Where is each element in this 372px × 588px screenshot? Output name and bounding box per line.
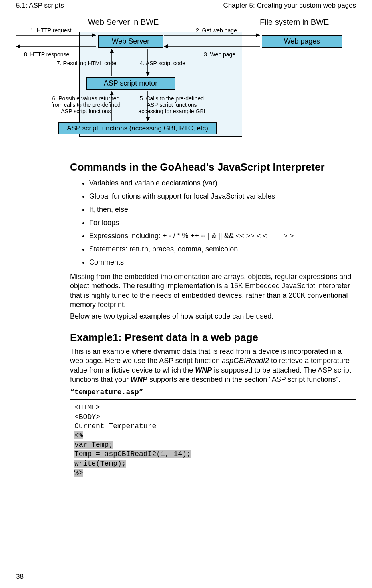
page-number: 38 <box>16 573 24 580</box>
fn-name: aspGBIReadI2 <box>222 357 269 365</box>
intro-text: supports are described in the section "A… <box>147 375 340 383</box>
svg-marker-1 <box>92 33 96 37</box>
wnp-ref: WNP <box>131 375 147 383</box>
list-item: Expressions including: + - / * % ++ -- |… <box>89 229 356 243</box>
para-examples: Below are two typical examples of how sc… <box>70 312 356 321</box>
svg-marker-3 <box>16 44 20 48</box>
code-filename: “temperature.asp” <box>70 388 356 396</box>
heading-commands: Commands in the GoAhead's JavaScript Int… <box>70 161 356 173</box>
example1-intro: This is an example where dynamic data th… <box>70 347 356 385</box>
commands-list: Variables and variable declarations (var… <box>70 177 356 269</box>
page-footer: 38 <box>0 570 372 581</box>
page-header: 5.1: ASP scripts Chapter 5: Creating you… <box>16 0 356 11</box>
code-line-asp: var Temp; <box>74 441 113 449</box>
architecture-diagram: Web Server in BWE File system in BWE Web… <box>16 15 356 151</box>
code-line: <HTML> <box>74 403 100 411</box>
svg-marker-15 <box>110 91 114 95</box>
svg-marker-5 <box>256 33 260 37</box>
header-right: Chapter 5: Creating your custom web page… <box>223 2 356 10</box>
code-block: <HTML> <BODY> Current Temperature = <% v… <box>70 399 356 481</box>
list-item: Comments <box>89 256 356 269</box>
code-line-asp: %> <box>74 469 83 477</box>
svg-marker-7 <box>164 44 168 48</box>
page-content: Commands in the GoAhead's JavaScript Int… <box>70 161 356 481</box>
para-missing: Missing from the embedded implementation… <box>70 272 356 310</box>
list-item: If, then, else <box>89 203 356 216</box>
code-line: <BODY> <box>74 413 100 421</box>
diagram-arrows <box>16 15 360 151</box>
list-item: Statements: return, braces, comma, semic… <box>89 243 356 256</box>
code-line-asp: write(Temp); <box>74 460 126 468</box>
svg-marker-11 <box>110 49 114 53</box>
wnp-ref: WNP <box>195 366 212 374</box>
heading-example1: Example1: Present data in a web page <box>70 332 356 344</box>
list-item: Global functions with support for local … <box>89 190 356 203</box>
list-item: For loops <box>89 216 356 229</box>
svg-marker-9 <box>146 72 150 76</box>
code-line-asp: Temp = aspGBIReadI2(1, 14); <box>74 450 191 458</box>
svg-marker-13 <box>146 117 150 121</box>
code-line: Current Temperature = <box>74 422 165 430</box>
header-left: 5.1: ASP scripts <box>16 2 64 10</box>
code-line-asp: <% <box>74 431 83 439</box>
list-item: Variables and variable declarations (var… <box>89 177 356 190</box>
